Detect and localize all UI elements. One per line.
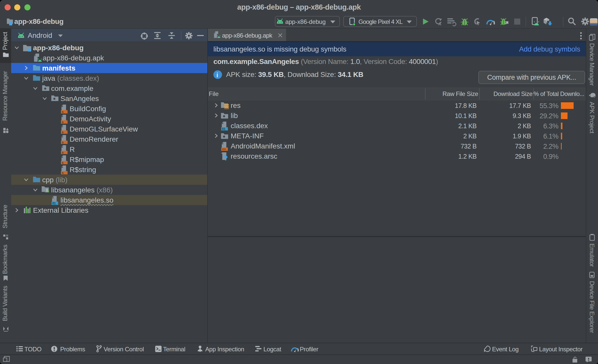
- svg-text:A: A: [438, 22, 442, 26]
